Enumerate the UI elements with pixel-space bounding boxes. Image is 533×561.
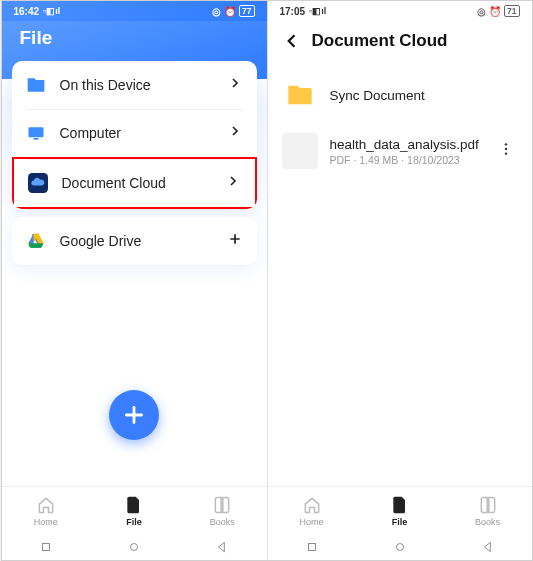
page-title: Document Cloud	[312, 31, 448, 51]
home-button[interactable]	[127, 540, 141, 554]
computer-icon	[26, 123, 46, 143]
file-icon	[390, 495, 410, 515]
fab-add-button[interactable]	[109, 390, 159, 440]
svg-marker-6	[28, 244, 43, 248]
nav-label: Books	[210, 517, 235, 527]
nav-label: Books	[475, 517, 500, 527]
svg-point-8	[130, 544, 137, 551]
nav-label: Home	[299, 517, 323, 527]
external-source-list: Google Drive	[12, 217, 257, 265]
svg-point-11	[504, 152, 506, 154]
back-button[interactable]	[215, 540, 229, 554]
more-options-button[interactable]	[494, 137, 518, 165]
page-title: File	[20, 27, 249, 49]
google-drive-icon	[26, 231, 46, 251]
vibrate-icon: ◎	[477, 6, 486, 17]
status-bar: 17:05 ▫◧ıl ◎ ⏰ 71	[268, 1, 532, 21]
screen-file-browser: 16:42 ▫◧ıl ◎ ⏰ 77 File On this Device	[2, 1, 267, 560]
plus-icon	[227, 231, 243, 251]
svg-rect-7	[42, 544, 49, 551]
chevron-right-icon	[225, 173, 241, 193]
bottom-nav: Home File Books	[2, 486, 267, 534]
file-thumbnail	[282, 133, 318, 169]
folder-sync-document[interactable]: Sync Document	[268, 67, 532, 123]
storage-source-list: On this Device Computer	[12, 61, 257, 209]
file-icon	[124, 495, 144, 515]
status-time: 16:42	[14, 6, 40, 17]
file-item[interactable]: health_data_analysis.pdf PDF · 1.49 MB ·…	[268, 123, 532, 179]
signal-icon: ▫◧ıl	[309, 6, 326, 16]
system-nav-bar	[268, 534, 532, 560]
svg-point-13	[396, 544, 403, 551]
alarm-icon: ⏰	[224, 6, 236, 17]
file-name: health_data_analysis.pdf	[330, 137, 494, 152]
svg-point-9	[504, 143, 506, 145]
nav-file[interactable]: File	[356, 487, 444, 534]
file-meta: PDF · 1.49 MB · 18/10/2023	[330, 154, 494, 166]
battery-indicator: 71	[504, 5, 519, 17]
nav-file[interactable]: File	[90, 487, 178, 534]
home-icon	[36, 495, 56, 515]
nav-home[interactable]: Home	[268, 487, 356, 534]
more-vertical-icon	[498, 141, 514, 157]
svg-rect-1	[33, 138, 38, 140]
plus-icon	[121, 402, 147, 428]
home-button[interactable]	[393, 540, 407, 554]
folder-icon	[282, 77, 318, 113]
recent-apps-button[interactable]	[305, 540, 319, 554]
item-label: Document Cloud	[62, 175, 225, 191]
chevron-right-icon	[227, 75, 243, 95]
battery-indicator: 77	[239, 5, 254, 17]
item-label: Google Drive	[60, 233, 227, 249]
nav-books[interactable]: Books	[178, 487, 266, 534]
vibrate-icon: ◎	[212, 6, 221, 17]
books-icon	[212, 495, 232, 515]
signal-icon: ▫◧ıl	[43, 6, 60, 16]
back-button[interactable]	[282, 31, 302, 51]
item-label: Computer	[60, 125, 227, 141]
svg-rect-0	[28, 127, 43, 137]
screen-document-cloud: 17:05 ▫◧ıl ◎ ⏰ 71 Document Cloud	[267, 1, 532, 560]
back-button[interactable]	[481, 540, 495, 554]
source-computer[interactable]: Computer	[12, 109, 257, 157]
cloud-file-list: Sync Document health_data_analysis.pdf P…	[268, 63, 532, 183]
nav-home[interactable]: Home	[2, 487, 90, 534]
chevron-left-icon	[282, 31, 302, 51]
bottom-nav: Home File Books	[268, 486, 532, 534]
nav-books[interactable]: Books	[444, 487, 532, 534]
books-icon	[478, 495, 498, 515]
home-icon	[302, 495, 322, 515]
cloud-icon	[28, 173, 48, 193]
source-document-cloud[interactable]: Document Cloud	[12, 157, 257, 209]
recent-apps-button[interactable]	[39, 540, 53, 554]
nav-label: File	[392, 517, 408, 527]
status-bar: 16:42 ▫◧ıl ◎ ⏰ 77	[2, 1, 267, 21]
item-label: On this Device	[60, 77, 227, 93]
chevron-right-icon	[227, 123, 243, 143]
item-label: Sync Document	[330, 88, 518, 103]
svg-point-10	[504, 148, 506, 150]
system-nav-bar	[2, 534, 267, 560]
source-google-drive[interactable]: Google Drive	[12, 217, 257, 265]
source-on-this-device[interactable]: On this Device	[12, 61, 257, 109]
svg-rect-12	[308, 544, 315, 551]
nav-label: Home	[34, 517, 58, 527]
header: Document Cloud	[268, 21, 532, 63]
status-time: 17:05	[280, 6, 306, 17]
nav-label: File	[126, 517, 142, 527]
alarm-icon: ⏰	[489, 6, 501, 17]
svg-marker-5	[28, 234, 33, 244]
folder-icon	[26, 75, 46, 95]
